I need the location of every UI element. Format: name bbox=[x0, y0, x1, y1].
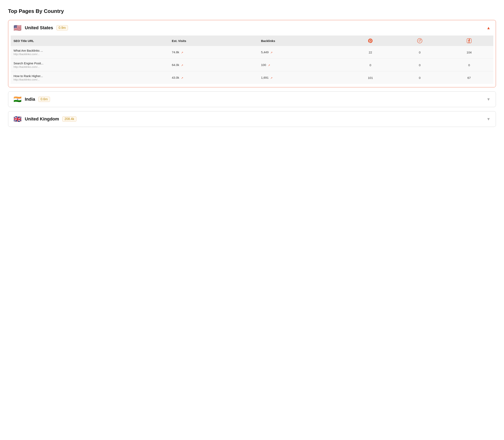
flag-uk: 🇬🇧 bbox=[13, 116, 22, 122]
ext-link-icon[interactable]: ↗ bbox=[270, 76, 273, 80]
table-row: What Are Backlinks ... http://backlinko.… bbox=[11, 46, 493, 59]
col-header-facebook bbox=[445, 36, 493, 46]
country-badge-us: 0.9m bbox=[56, 25, 68, 30]
country-badge-in: 0.6m bbox=[38, 97, 50, 102]
cell-seo-3: How to Rank Higher... http://backlinko.c… bbox=[11, 71, 169, 84]
ext-link-icon[interactable]: ↗ bbox=[181, 51, 183, 54]
cell-visits-3: 43.0k ↗ bbox=[169, 71, 258, 84]
country-header-in[interactable]: 🇮🇳 India 0.6m ▼ bbox=[8, 92, 496, 107]
col-header-visits: Est. Visits bbox=[169, 36, 258, 46]
cell-seo-2: Search Engine Posit... http://backlinko.… bbox=[11, 59, 169, 71]
country-header-uk[interactable]: 🇬🇧 United Kingdom 208.4k ▼ bbox=[8, 111, 496, 127]
country-name-in: India bbox=[25, 97, 35, 102]
page-title: Top Pages By Country bbox=[8, 8, 496, 14]
facebook-icon bbox=[466, 38, 472, 43]
cell-reddit-3: 0 bbox=[395, 71, 445, 84]
cell-pinterest-1: 22 bbox=[346, 46, 395, 59]
cell-pinterest-2: 0 bbox=[346, 59, 395, 71]
country-badge-uk: 208.4k bbox=[62, 116, 76, 122]
ext-link-icon[interactable]: ↗ bbox=[268, 64, 270, 67]
svg-point-0 bbox=[417, 38, 422, 43]
flag-in: 🇮🇳 bbox=[13, 96, 22, 102]
cell-backlinks-1: 5,449 ↗ bbox=[258, 46, 346, 59]
col-header-pinterest bbox=[346, 36, 395, 46]
table-row: How to Rank Higher... http://backlinko.c… bbox=[11, 71, 493, 84]
col-header-backlinks: Backlinks bbox=[258, 36, 346, 46]
cell-backlinks-3: 1,691 ↗ bbox=[258, 71, 346, 84]
cell-visits-2: 64.0k ↗ bbox=[169, 59, 258, 71]
pinterest-icon bbox=[368, 38, 373, 43]
cell-backlinks-2: 100 ↗ bbox=[258, 59, 346, 71]
svg-point-4 bbox=[420, 40, 420, 40]
ext-link-icon[interactable]: ↗ bbox=[181, 76, 183, 80]
cell-facebook-2: 0 bbox=[445, 59, 493, 71]
country-header-us[interactable]: 🇺🇸 United States 0.9m ▲ bbox=[8, 20, 496, 36]
svg-point-1 bbox=[419, 41, 419, 41]
country-card-uk: 🇬🇧 United Kingdom 208.4k ▼ bbox=[8, 111, 496, 127]
ext-link-icon[interactable]: ↗ bbox=[270, 51, 273, 54]
chevron-up-icon: ▲ bbox=[487, 26, 491, 30]
cell-pinterest-3: 101 bbox=[346, 71, 395, 84]
us-table-wrapper: SEO Title URL Est. Visits Backlinks bbox=[8, 36, 496, 87]
us-data-table: SEO Title URL Est. Visits Backlinks bbox=[11, 36, 493, 84]
cell-reddit-1: 0 bbox=[395, 46, 445, 59]
cell-facebook-1: 104 bbox=[445, 46, 493, 59]
cell-visits-1: 74.8k ↗ bbox=[169, 46, 258, 59]
country-name-us: United States bbox=[25, 25, 53, 30]
col-header-seo: SEO Title URL bbox=[11, 36, 169, 46]
country-card-in: 🇮🇳 India 0.6m ▼ bbox=[8, 91, 496, 107]
country-card-us: 🇺🇸 United States 0.9m ▲ SEO Title URL Es… bbox=[8, 20, 496, 87]
table-row: Search Engine Posit... http://backlinko.… bbox=[11, 59, 493, 71]
chevron-down-icon: ▼ bbox=[487, 117, 491, 122]
cell-seo-1: What Are Backlinks ... http://backlinko.… bbox=[11, 46, 169, 59]
country-name-uk: United Kingdom bbox=[25, 116, 59, 122]
ext-link-icon[interactable]: ↗ bbox=[181, 64, 183, 67]
cell-facebook-3: 67 bbox=[445, 71, 493, 84]
chevron-down-icon: ▼ bbox=[487, 97, 491, 102]
reddit-icon bbox=[417, 38, 423, 43]
cell-reddit-2: 0 bbox=[395, 59, 445, 71]
flag-us: 🇺🇸 bbox=[13, 25, 22, 31]
col-header-reddit bbox=[395, 36, 445, 46]
svg-point-2 bbox=[420, 41, 421, 41]
